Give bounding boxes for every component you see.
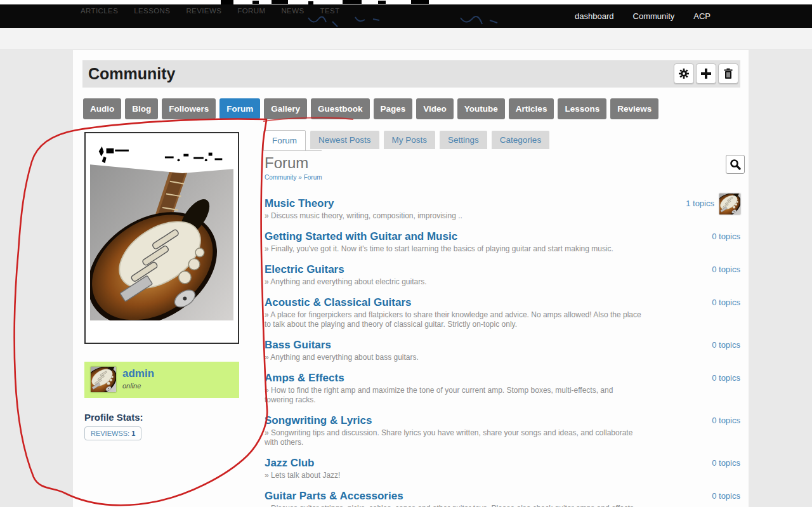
profile-tab[interactable]: Forum [219,98,260,119]
profile-tab[interactable]: Reviews [610,98,658,119]
breadcrumb[interactable]: Community » Forum [265,174,322,181]
last-poster-avatar[interactable] [719,194,740,214]
topics-count[interactable]: 0 topics [712,456,740,470]
add-button[interactable] [696,63,716,84]
settings-button[interactable] [674,63,694,84]
topbar-link[interactable]: dashboard [575,11,613,21]
forum-heading: Forum [265,154,308,172]
topbar-link[interactable]: Community [633,11,675,21]
reviews-stat-label: REVIEWSS: [91,430,129,437]
category-title[interactable]: Getting Started with Guitar and Music [265,230,643,243]
reviews-stat-badge[interactable]: REVIEWSS: 1 [84,426,141,440]
topbar-link[interactable]: ACP [693,11,710,21]
forum-tab[interactable]: Newest Posts [310,131,379,149]
magnifier-icon [730,159,741,170]
category-title[interactable]: Jazz Club [265,456,643,470]
category-row: Electric Guitars » Anything and everythi… [265,263,740,287]
category-title[interactable]: Acoustic & Classical Guitars [265,296,643,309]
profile-tab[interactable]: Lessons [558,98,606,119]
category-row: Songwriting & Lyrics » Songwriting tips … [265,414,740,447]
trash-icon [723,68,734,79]
forum-tab[interactable]: Settings [440,131,487,149]
topbar-links: dashboardCommunityACP [575,4,710,28]
page-title: Community [88,60,176,88]
category-description: » How to find the right amp and maximize… [265,386,643,405]
nav-link[interactable]: LESSONS [134,7,170,15]
category-row: Music Theory » Discuss music theory, wri… [265,197,740,221]
forum-tab[interactable]: Forum [263,130,306,151]
search-button[interactable] [726,155,745,174]
profile-tab[interactable]: Youtube [457,98,505,119]
site-nav-links: ARTICLESLESSONSREVIEWSFORUMNEWSTEST [81,0,340,22]
category-row: Bass Guitars » Anything and everything a… [265,338,740,362]
topics-count[interactable]: 0 topics [712,296,740,309]
topics-count[interactable]: 0 topics [712,338,740,352]
profile-tab[interactable]: Audio [83,98,121,119]
guitar-photo [90,138,233,320]
nav-link[interactable]: ARTICLES [81,7,118,15]
category-description: » A place for fingerpickers and flatpick… [265,310,643,329]
category-row: Guitar Parts & Accessories » Discuss gui… [265,489,740,507]
category-row: Jazz Club » Lets talk about Jazz! 0 topi… [265,456,740,480]
category-description: » Discuss guitar strings, picks, cables,… [265,504,643,507]
nav-link[interactable]: FORUM [237,7,265,15]
category-description: » Discuss music theory, writing, composi… [265,211,643,221]
profile-tabs: AudioBlogFollowersForumGalleryGuestbookP… [83,98,658,119]
topics-count[interactable]: 0 topics [712,230,740,243]
forum-tabs: ForumNewest PostsMy PostsSettingsCategor… [263,130,740,152]
username[interactable]: admin [122,367,154,380]
site-navbar [0,28,812,50]
plus-icon [700,68,712,79]
forum-tab[interactable]: Categories [492,131,549,149]
user-card[interactable]: admin online [84,362,239,398]
delete-button[interactable] [718,63,738,84]
category-list: Music Theory » Discuss music theory, wri… [265,197,740,507]
forum-main: ForumNewest PostsMy PostsSettingsCategor… [263,130,740,152]
profile-tab[interactable]: Video [416,98,454,119]
nav-link[interactable]: TEST [320,7,340,15]
category-row: Acoustic & Classical Guitars » A place f… [265,296,740,329]
profile-stats-heading: Profile Stats: [84,412,143,423]
category-title[interactable]: Electric Guitars [265,263,643,276]
profile-photo-frame [84,132,239,344]
online-status: online [122,382,141,390]
reviews-stat-value: 1 [131,430,135,437]
category-title[interactable]: Bass Guitars [265,338,643,352]
category-row: Amps & Effects » How to find the right a… [265,371,740,405]
category-row: Getting Started with Guitar and Music » … [265,230,740,254]
category-description: » Lets talk about Jazz! [265,471,643,480]
nav-link[interactable]: REVIEWS [186,7,221,15]
profile-tab[interactable]: Pages [374,98,413,119]
profile-tab[interactable]: Articles [509,98,554,119]
profile-tab[interactable]: Followers [162,98,216,119]
topics-count[interactable]: 0 topics [712,263,740,276]
topics-count[interactable]: 0 topics [712,489,740,503]
page-header: Community [82,60,740,88]
profile-tab[interactable]: Blog [125,98,158,119]
nav-link[interactable]: NEWS [281,7,304,15]
topics-count[interactable]: 0 topics [712,414,740,427]
profile-tab[interactable]: Gallery [264,98,307,119]
category-title[interactable]: Music Theory [265,197,643,210]
category-title[interactable]: Amps & Effects [265,371,643,385]
profile-tab[interactable]: Guestbook [311,98,370,119]
header-actions [674,63,738,84]
forum-tab[interactable]: My Posts [384,131,436,149]
category-description: » Songwriting tips and discussion. Share… [265,428,643,447]
category-description: » Anything and everything about bass gui… [265,353,643,362]
topics-count[interactable]: 1 topics [686,197,714,210]
category-title[interactable]: Guitar Parts & Accessories [265,489,643,503]
category-title[interactable]: Songwriting & Lyrics [265,414,643,427]
topics-count[interactable]: 0 topics [712,371,740,385]
gear-icon [678,68,690,79]
category-description: » Anything and everything about electric… [265,277,643,287]
user-avatar [91,367,116,392]
category-description: » Finally, you've got it. Now it's time … [265,244,643,254]
